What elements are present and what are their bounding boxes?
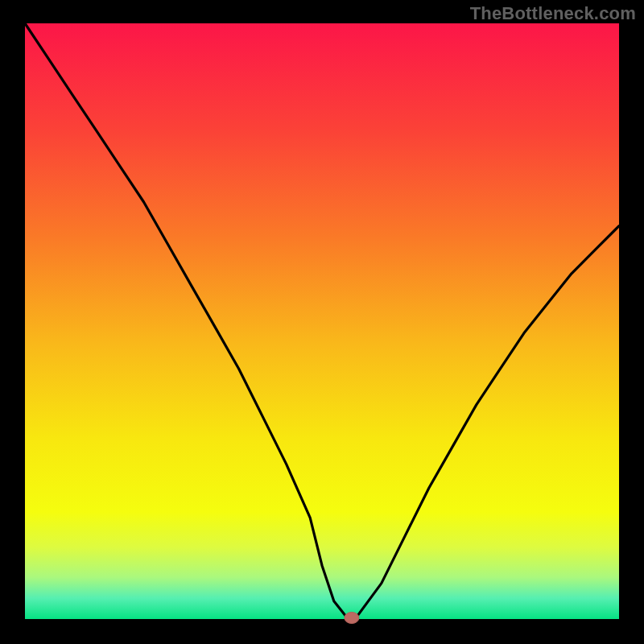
minimum-marker <box>345 613 359 624</box>
plot-background <box>25 23 619 619</box>
bottleneck-chart <box>0 0 644 644</box>
watermark-text: TheBottleneck.com <box>470 3 636 24</box>
chart-frame: { "watermark": "TheBottleneck.com", "col… <box>0 0 644 644</box>
